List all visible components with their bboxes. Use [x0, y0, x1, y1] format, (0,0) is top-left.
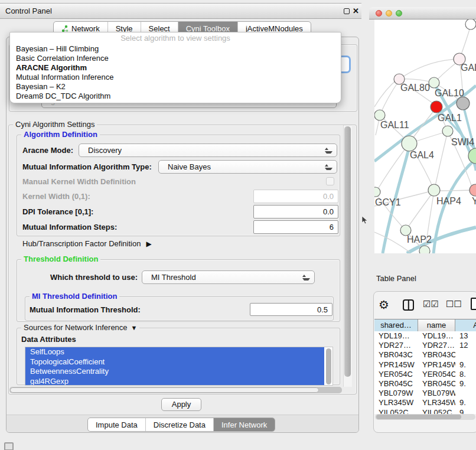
network-graph[interactable]: GALGAL80GAL10GAL1GAL11SWI4GAL4GCY1HAP4YH… [374, 19, 476, 253]
select-all-checkboxes-icon[interactable]: ☑☑ [423, 299, 439, 309]
expand-right-icon[interactable]: ▶ [146, 237, 151, 251]
sources-group-title: Sources for Network Inference [24, 323, 128, 332]
attribute-item-topologicalcoefficient[interactable]: TopologicalCoefficient [25, 357, 324, 367]
threshold-definition-title: Threshold Definition [21, 255, 100, 263]
table-cell: YER054C [374, 370, 418, 379]
settings-vscroll-thumb[interactable] [344, 126, 351, 377]
table-hscroll-thumb[interactable] [376, 415, 461, 419]
attribute-item-gal4rgexp[interactable]: gal4RGexp [25, 377, 324, 386]
node-label-gal: GAL [461, 63, 476, 73]
table-cell: YIL052C [374, 408, 418, 415]
columns-icon[interactable] [403, 299, 414, 311]
table-row[interactable]: YBR045CYBR045C9. [374, 379, 476, 389]
document-icon[interactable] [471, 298, 476, 310]
network-node[interactable] [442, 126, 453, 136]
attribute-item-selfloops[interactable]: SelfLoops [25, 347, 324, 357]
mi-type-combo[interactable]: Naive Bayes [158, 160, 337, 174]
table-column-header-2[interactable]: name [418, 319, 455, 331]
control-panel-title: Control Panel [5, 4, 52, 19]
settings-hscroll-thumb[interactable] [10, 387, 319, 393]
collapse-down-icon[interactable]: ▼ [131, 324, 138, 332]
table-cell: YBL079W [374, 389, 418, 398]
node-label-gal11: GAL11 [380, 120, 409, 130]
table-row[interactable]: YDR27…YDR27…12 [374, 341, 476, 350]
network-node[interactable] [428, 184, 440, 196]
network-node[interactable] [431, 101, 442, 113]
network-window-titlebar[interactable] [369, 7, 476, 19]
minimize-traffic-light[interactable] [386, 10, 392, 17]
algorithm-option-aracne-algorithm[interactable]: ARACNE Algorithm [10, 63, 341, 73]
network-graph-icon [61, 25, 69, 32]
table-row[interactable]: YBR043CYBR043C [374, 350, 476, 360]
bottom-tab-infer-network[interactable]: Infer Network [214, 418, 275, 431]
dpi-tolerance-field[interactable]: 0.0 [253, 205, 338, 219]
table-cell: 9. [455, 379, 476, 389]
algorithm-option-bayesian-k2[interactable]: Bayesian – K2 [10, 82, 341, 92]
algorithm-dropdown-items: Bayesian – Hill ClimbingBasic Correlatio… [10, 44, 341, 101]
network-node[interactable] [429, 77, 439, 88]
mi-threshold-field[interactable]: 0.5 [250, 303, 332, 316]
table-row[interactable]: YER054CYER054C8. [374, 370, 476, 379]
algorithm-option-bayesian-hill-climbing[interactable]: Bayesian – Hill Climbing [10, 44, 341, 54]
table-cell: YIL052C [418, 408, 455, 415]
combo-stepper-icon [325, 148, 332, 154]
network-canvas[interactable]: GALGAL80GAL10GAL1GAL11SWI4GAL4GCY1HAP4YH… [374, 19, 476, 253]
network-node[interactable] [419, 246, 430, 253]
dpi-tolerance-value: 0.0 [323, 207, 334, 216]
close-icon[interactable]: ✕ [353, 6, 359, 17]
mouse-cursor [361, 216, 369, 225]
table-row[interactable]: YLR345WYLR345W9. [374, 398, 476, 407]
mi-threshold-label: Mutual Information Threshold: [30, 303, 141, 317]
table-cell: YLR345W [374, 398, 418, 407]
table-row[interactable]: YBL079WYBL079W [374, 389, 476, 398]
table-column-header-3[interactable]: A [455, 319, 476, 331]
table-cell: YBR043C [418, 350, 455, 360]
control-panel-titlebar[interactable]: Control Panel ✕ [0, 4, 361, 19]
which-threshold-combo[interactable]: MI Threshold [142, 270, 315, 284]
kernel-width-field[interactable]: 0.0 [253, 190, 338, 203]
network-node[interactable] [374, 110, 385, 120]
close-traffic-light[interactable] [376, 10, 382, 17]
node-label-gal4: GAL4 [410, 150, 434, 160]
combo-stepper-icon [302, 275, 310, 281]
network-node[interactable] [470, 184, 476, 196]
mi-steps-field[interactable]: 6 [253, 220, 338, 234]
bottom-tab-discretize-data[interactable]: Discretize Data [146, 418, 214, 431]
table-row[interactable]: YIL052CYIL052C9 [374, 408, 476, 415]
which-threshold-value: MI Threshold [151, 273, 196, 282]
kernel-width-value: 0.0 [323, 192, 334, 201]
table-row[interactable]: YDL19…YDL19…13 [374, 331, 476, 341]
node-label-swi4: SWI4 [451, 137, 474, 147]
deselect-all-checkboxes-icon[interactable]: ☐☐ [446, 299, 462, 309]
collapsed-panel-tab[interactable] [4, 442, 14, 450]
algorithm-option-mutual-information-inference[interactable]: Mutual Information Inference [10, 73, 341, 82]
mi-threshold-group-title: MI Threshold Definition [30, 292, 119, 301]
network-node[interactable] [402, 136, 417, 151]
node-label-y: Y [472, 196, 476, 206]
table-cell: 9. [455, 360, 476, 370]
gear-icon[interactable]: ⚙ [379, 298, 389, 312]
table-cell: YBR045C [374, 379, 418, 389]
table-row[interactable]: YPR145WYPR145W9. [374, 360, 476, 370]
mi-type-label: Mutual Information Algorithm Type: [22, 160, 152, 174]
manual-kernel-checkbox[interactable] [326, 177, 334, 185]
network-node[interactable] [374, 187, 380, 197]
attribute-item-betweennesscentrality[interactable]: BetweennessCentrality [25, 367, 324, 377]
apply-button[interactable]: Apply [161, 398, 201, 411]
float-window-icon[interactable] [344, 8, 350, 14]
data-attributes-list[interactable]: SelfLoopsTopologicalCoefficientBetweenne… [25, 347, 333, 386]
zoom-traffic-light[interactable] [396, 10, 402, 17]
table-cell: 13 [455, 331, 476, 341]
algorithm-dropdown-popup: Select algorithm to view settings Bayesi… [9, 32, 341, 103]
mi-steps-label: Mutual Information Steps: [22, 220, 117, 234]
table-column-header-1[interactable]: shared… [374, 319, 418, 331]
sources-group-header[interactable]: Sources for Network Inference▼ [21, 324, 139, 332]
bottom-tab-impute-data[interactable]: Impute Data [88, 418, 146, 431]
network-node[interactable] [457, 97, 470, 110]
list-scrollbar-thumb[interactable] [326, 348, 331, 384]
algorithm-option-dream8-dc-tdc-algorithm[interactable]: Dream8 DC_TDC Algorithm [10, 92, 341, 101]
network-node[interactable] [465, 19, 476, 30]
aracne-mode-combo[interactable]: Discovery [79, 144, 337, 157]
algorithm-option-basic-correlation-inference[interactable]: Basic Correlation Inference [10, 54, 341, 63]
hub-definition-expander[interactable]: Hub/Transcription Factor Definition▶ [22, 237, 152, 250]
